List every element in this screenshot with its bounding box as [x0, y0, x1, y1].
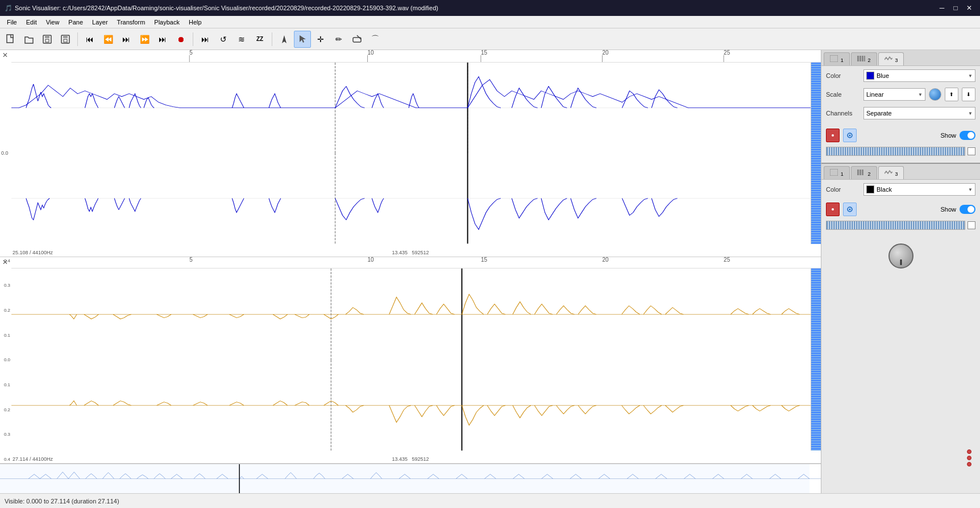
- close-panel-2-button[interactable]: ✕: [1, 258, 9, 266]
- svg-point-47: [849, 135, 851, 137]
- orange-waveform-top: [11, 269, 811, 360]
- svg-rect-0: [7, 35, 13, 43]
- panel2-settings-button[interactable]: [843, 203, 857, 216]
- panel1-scale-arrow-icon: ▼: [918, 92, 923, 97]
- playback-start-button[interactable]: ⏭: [197, 31, 214, 48]
- panel1-color-arrow-icon: ▼: [968, 73, 973, 79]
- rewind-button[interactable]: ⏪: [99, 31, 117, 48]
- panel1-show-toggle[interactable]: [960, 131, 975, 140]
- svg-rect-5: [63, 35, 68, 38]
- panel1-scale-label: Scale: [826, 91, 860, 98]
- menu-edit[interactable]: Edit: [22, 18, 41, 27]
- panel2-tab-3[interactable]: 3: [878, 166, 904, 179]
- menu-bar: File Edit View Pane Layer Transform Play…: [0, 16, 980, 28]
- panel1-channels-value: Separate: [866, 110, 968, 117]
- panel2-tabs: 1 2 3: [821, 164, 980, 180]
- panel2-color-select[interactable]: Black ▼: [863, 183, 975, 196]
- svg-point-45: [832, 134, 834, 137]
- layer-icon-area: [963, 441, 975, 475]
- panel1-scale-sync-button[interactable]: [929, 88, 941, 101]
- panel2-thumbnail-icon: [967, 221, 975, 229]
- svg-rect-42: [862, 56, 863, 61]
- volume-bar-top: [811, 63, 821, 244]
- close-panel-1-button[interactable]: ✕: [1, 51, 9, 59]
- y-axis-scale: 0.4 0.3 0.2 0.1 0.0 0.1 0.2 0.3 0.4: [0, 257, 11, 464]
- toolbar-separator-3: [272, 32, 272, 46]
- panel1-mute-button[interactable]: [826, 129, 840, 142]
- panel2-tab-2[interactable]: 2: [851, 166, 877, 179]
- panel1-color-label: Color: [826, 72, 860, 79]
- save-as-button[interactable]: +: [57, 31, 74, 48]
- svg-rect-3: [45, 39, 49, 42]
- svg-rect-38: [0, 464, 809, 493]
- toolbar-separator-1: [77, 32, 78, 46]
- skip-forward-button[interactable]: ⏭: [154, 31, 171, 48]
- play-pause-button[interactable]: ⏭: [118, 31, 135, 48]
- panel2-playback-controls: Show: [821, 200, 980, 221]
- panel2-show-toggle[interactable]: [960, 205, 975, 214]
- maximize-button[interactable]: □: [949, 2, 962, 14]
- double-speed-button[interactable]: ZZ: [251, 31, 268, 48]
- menu-transform[interactable]: Transform: [113, 18, 150, 27]
- waveform-area: ✕ 5 10 15 20 25: [0, 50, 821, 493]
- close-button[interactable]: ✕: [963, 2, 975, 14]
- toolbar-separator-2: [193, 32, 193, 46]
- y-axis-label-top: 0.0: [1, 150, 9, 156]
- menu-layer[interactable]: Layer: [88, 18, 113, 27]
- loop-button[interactable]: ↺: [215, 31, 232, 48]
- panel1-tab-3[interactable]: 3: [878, 52, 904, 65]
- erase-tool[interactable]: [348, 31, 366, 48]
- visible-range: Visible: 0.000 to 27.114 (duration 27.11…: [5, 498, 119, 505]
- toolbar: + ⏮ ⏪ ⏭ ⏩ ⏭ ⏺ ⏭ ↺ ≋ ZZ ✛ ✏ ⌒: [0, 28, 980, 50]
- panel1-show-label: Show: [940, 132, 956, 139]
- menu-playback[interactable]: Playback: [150, 18, 184, 27]
- panel1-thumbnail-icon: [967, 147, 975, 155]
- panel1-color-select[interactable]: Blue ▼: [863, 69, 975, 82]
- minimize-button[interactable]: ─: [936, 2, 948, 14]
- new-button[interactable]: [2, 31, 19, 48]
- right-panel: 1 2 3 Color Blue ▼: [821, 50, 980, 493]
- title-bar: 🎵 Sonic Visualiser: c:/Users/28242/AppDa…: [0, 0, 980, 16]
- menu-view[interactable]: View: [41, 18, 64, 27]
- panel1-channels-select[interactable]: Separate ▼: [863, 107, 975, 119]
- panel2-color-row: Color Black ▼: [821, 180, 980, 197]
- menu-file[interactable]: File: [2, 18, 22, 27]
- record-button[interactable]: ⏺: [172, 31, 189, 48]
- panel2-status-left: 27.114 / 44100Hz: [13, 456, 53, 462]
- ruler-mark-10b: 10: [368, 257, 374, 263]
- svg-point-53: [832, 208, 834, 210]
- panel1-thumbnail-row: [821, 147, 980, 160]
- menu-pane[interactable]: Pane: [64, 18, 88, 27]
- move-tool[interactable]: ✛: [312, 31, 329, 48]
- panel2-color-value: Black: [877, 186, 968, 193]
- panel1-color-value: Blue: [877, 72, 968, 79]
- navigate-tool[interactable]: [276, 31, 293, 48]
- panel1-playback-controls: Show: [821, 126, 980, 147]
- save-button[interactable]: [39, 31, 56, 48]
- svg-rect-50: [859, 170, 861, 175]
- panel1-settings-button[interactable]: [843, 129, 857, 142]
- solo-button[interactable]: ≋: [233, 31, 250, 48]
- window-title: Sonic Visualiser: c:/Users/28242/AppData…: [15, 5, 936, 11]
- panel2-color-swatch: [866, 185, 874, 193]
- skip-back-button[interactable]: ⏮: [81, 31, 98, 48]
- panel1-scale-down-button[interactable]: ⬇: [962, 88, 975, 101]
- panel2-mute-button[interactable]: [826, 203, 840, 216]
- open-button[interactable]: [20, 31, 38, 48]
- menu-help[interactable]: Help: [184, 18, 206, 27]
- panel1-tab-1[interactable]: 1: [824, 52, 850, 65]
- main-content: ✕ 5 10 15 20 25: [0, 50, 980, 493]
- draw-tool[interactable]: ✏: [330, 31, 347, 48]
- select-tool[interactable]: [294, 31, 311, 48]
- panel1-scale-up-button[interactable]: ⬆: [945, 88, 958, 101]
- panel1-tab-2[interactable]: 2: [851, 52, 877, 65]
- blue-waveform-panel: ✕ 5 10 15 20 25: [0, 50, 821, 257]
- measure-tool[interactable]: ⌒: [367, 31, 384, 48]
- app-icon: 🎵: [5, 5, 13, 12]
- fast-forward-button[interactable]: ⏩: [136, 31, 153, 48]
- svg-text:+: +: [67, 41, 69, 44]
- volume-knob[interactable]: [888, 243, 913, 269]
- ruler-mark-20b: 20: [603, 257, 609, 263]
- panel1-scale-select[interactable]: Linear ▼: [863, 88, 925, 101]
- panel2-tab-1[interactable]: 1: [824, 166, 850, 179]
